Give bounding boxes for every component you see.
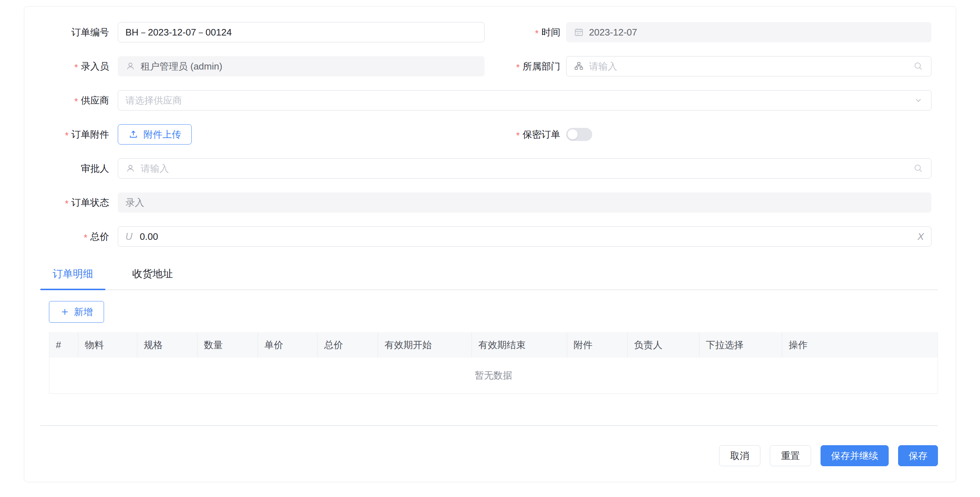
supplier-field: 请选择供应商 — [118, 90, 931, 111]
col-spec: 规格 — [137, 332, 197, 357]
supplier-label: * 供应商 — [24, 94, 118, 107]
approver-label: 审批人 — [24, 162, 118, 175]
save-and-continue-button[interactable]: 保存并继续 — [821, 445, 889, 466]
time-input[interactable]: 2023-12-07 — [566, 22, 931, 42]
col-unit-price: 单价 — [258, 332, 318, 357]
col-material: 物料 — [78, 332, 137, 357]
required-asterisk: * — [65, 131, 68, 140]
toggle-knob — [568, 129, 578, 140]
page: 订单编号 * 时间 — [0, 0, 980, 497]
search-icon[interactable] — [913, 163, 924, 174]
order-no-field — [118, 22, 485, 42]
order-no-input[interactable] — [126, 27, 477, 38]
entry-person-field: 租户管理员 (admin) — [118, 56, 485, 76]
approver-input[interactable]: 请输入 — [118, 158, 931, 179]
total-price-label-text: 总价 — [90, 230, 109, 243]
order-no-label: 订单编号 — [24, 26, 118, 39]
save-button[interactable]: 保存 — [898, 445, 938, 466]
footer-divider — [40, 425, 938, 426]
approver-placeholder: 请输入 — [141, 162, 169, 175]
col-attachment: 附件 — [567, 332, 628, 357]
org-tree-icon — [574, 61, 584, 71]
total-price-field: U X — [118, 226, 931, 247]
required-asterisk: * — [535, 29, 539, 38]
order-no-label-text: 订单编号 — [72, 26, 109, 39]
detail-tabs: 订单明细 收货地址 — [40, 267, 938, 290]
add-row-button[interactable]: 新增 — [49, 301, 104, 323]
department-input[interactable]: 请输入 — [566, 56, 931, 76]
table-empty-state: 暂无数据 — [49, 357, 938, 394]
order-status-label-text: 订单状态 — [72, 196, 109, 209]
order-status-input: 录入 — [118, 192, 931, 213]
department-label: * 所属部门 — [485, 60, 566, 73]
col-quantity: 数量 — [197, 332, 258, 357]
attachment-upload-button[interactable]: 附件上传 — [118, 124, 192, 144]
confidential-field — [566, 128, 931, 141]
form-row-5: 审批人 请输入 — [24, 158, 956, 179]
time-field: 2023-12-07 — [566, 22, 931, 42]
empty-text: 暂无数据 — [475, 369, 512, 382]
plus-icon — [60, 307, 70, 317]
supplier-placeholder: 请选择供应商 — [126, 94, 182, 107]
required-asterisk: * — [516, 131, 520, 140]
approver-label-text: 审批人 — [81, 162, 109, 175]
form-row-2: * 录入员 租户管理员 (admin) — [24, 56, 956, 76]
entry-person-label: * 录入员 — [24, 60, 118, 73]
col-total-price: 总价 — [318, 332, 378, 357]
currency-prefix-icon: U — [126, 231, 133, 242]
col-valid-start: 有效期开始 — [378, 332, 472, 357]
entry-person-label-text: 录入员 — [81, 60, 109, 73]
confidential-toggle[interactable] — [566, 128, 592, 141]
total-price-input[interactable] — [140, 231, 913, 242]
confidential-label: * 保密订单 — [485, 128, 566, 141]
time-value: 2023-12-07 — [589, 27, 637, 38]
tab-shipping-address-label: 收货地址 — [132, 268, 173, 279]
cancel-button[interactable]: 取消 — [719, 445, 760, 466]
calendar-icon — [574, 27, 584, 37]
order-attachment-label: * 订单附件 — [24, 128, 118, 141]
time-label: * 时间 — [485, 26, 566, 39]
tab-order-detail[interactable]: 订单明细 — [40, 267, 105, 289]
search-icon[interactable] — [913, 61, 924, 72]
order-status-label: * 订单状态 — [24, 196, 118, 209]
required-asterisk: * — [74, 63, 78, 72]
entry-person-value: 租户管理员 (admin) — [141, 60, 222, 73]
supplier-label-text: 供应商 — [81, 94, 109, 107]
reset-button[interactable]: 重置 — [770, 445, 811, 466]
total-price-label: * 总价 — [24, 230, 118, 243]
col-index: # — [49, 332, 78, 357]
order-attachment-label-text: 订单附件 — [72, 128, 109, 141]
required-asterisk: * — [74, 97, 78, 106]
required-asterisk: * — [516, 63, 520, 72]
time-label-text: 时间 — [541, 26, 560, 39]
col-actions: 操作 — [782, 332, 938, 357]
col-valid-end: 有效期结束 — [472, 332, 567, 357]
detail-table-header: # 物料 规格 数量 单价 总价 有效期开始 有效期结束 附件 负责人 下拉选择… — [49, 332, 938, 357]
form-row-6: * 订单状态 录入 — [24, 192, 956, 213]
order-form: 订单编号 * 时间 — [24, 6, 956, 247]
confidential-label-text: 保密订单 — [523, 128, 560, 141]
order-form-panel: 订单编号 * 时间 — [24, 6, 956, 482]
order-attachment-field: 附件上传 — [118, 124, 485, 144]
supplier-select[interactable]: 请选择供应商 — [118, 90, 931, 111]
approver-field: 请输入 — [118, 158, 931, 179]
col-dropdown: 下拉选择 — [700, 332, 783, 357]
order-no-input-wrap — [118, 22, 485, 42]
chevron-down-icon — [913, 95, 924, 106]
detail-table: # 物料 规格 数量 单价 总价 有效期开始 有效期结束 附件 负责人 下拉选择… — [49, 332, 938, 394]
form-row-3: * 供应商 请选择供应商 — [24, 90, 956, 111]
order-status-value: 录入 — [126, 196, 144, 209]
total-price-input-wrap: U X — [118, 226, 931, 247]
user-icon — [126, 61, 135, 71]
required-asterisk: * — [65, 199, 68, 208]
tab-shipping-address[interactable]: 收货地址 — [120, 267, 185, 289]
upload-icon — [128, 129, 138, 140]
col-owner: 负责人 — [628, 332, 700, 357]
footer-actions: 取消 重置 保存并继续 保存 — [40, 445, 938, 466]
department-label-text: 所属部门 — [523, 60, 560, 73]
department-field: 请输入 — [566, 56, 931, 76]
entry-person-input: 租户管理员 (admin) — [118, 56, 485, 76]
order-status-field: 录入 — [118, 192, 931, 213]
unit-suffix: X — [918, 231, 924, 242]
required-asterisk: * — [84, 233, 88, 242]
